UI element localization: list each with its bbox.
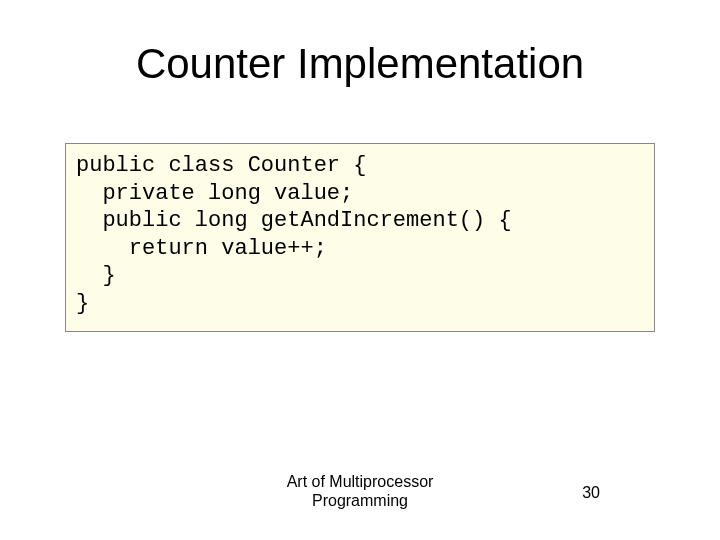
slide-title: Counter Implementation <box>50 40 670 88</box>
code-line: public class Counter { <box>76 152 644 180</box>
code-line: } <box>76 262 644 290</box>
slide: Counter Implementation public class Coun… <box>0 0 720 540</box>
footer-text: Art of Multiprocessor Programming <box>287 472 434 510</box>
code-line: private long value; <box>76 180 644 208</box>
code-line: } <box>76 290 644 318</box>
footer-line2: Programming <box>312 492 408 509</box>
footer-line1: Art of Multiprocessor <box>287 473 434 490</box>
code-block: public class Counter { private long valu… <box>65 143 655 332</box>
code-line: return value++; <box>76 235 644 263</box>
code-line: public long getAndIncrement() { <box>76 207 644 235</box>
footer: Art of Multiprocessor Programming <box>0 472 720 510</box>
page-number: 30 <box>582 484 600 502</box>
